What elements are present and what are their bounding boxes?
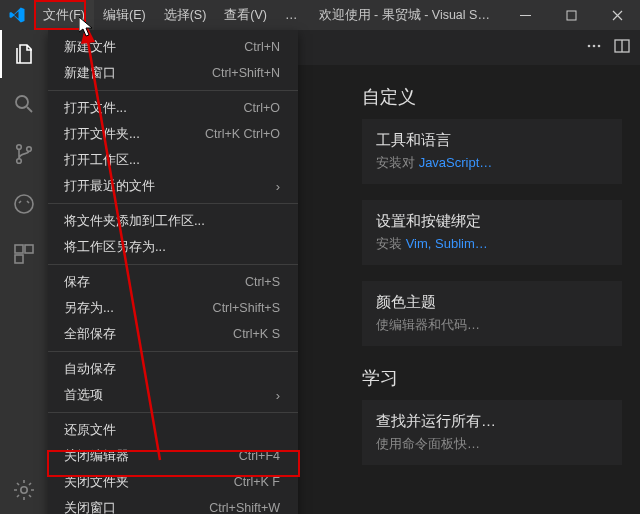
activity-scm[interactable] xyxy=(0,130,48,178)
tabbar-actions xyxy=(576,30,640,65)
svg-point-10 xyxy=(21,487,27,493)
svg-rect-9 xyxy=(15,255,23,263)
menu-item-shortcut: Ctrl+K F xyxy=(234,475,280,489)
menu-item[interactable]: 打开工作区... xyxy=(48,147,298,173)
menu-separator xyxy=(48,203,298,204)
menu-separator xyxy=(48,264,298,265)
menu-item-shortcut: Ctrl+Shift+S xyxy=(213,301,280,315)
tile-sub: 安装对 JavaScript… xyxy=(376,154,608,172)
menu-item[interactable]: 关闭文件夹Ctrl+K F xyxy=(48,469,298,495)
tile-title: 查找并运行所有… xyxy=(376,412,608,431)
menu-item-shortcut: Ctrl+K S xyxy=(233,327,280,341)
activity-settings[interactable] xyxy=(0,466,48,514)
menu-item-shortcut: Ctrl+O xyxy=(244,101,280,115)
svg-rect-1 xyxy=(567,11,576,20)
welcome-right-col: 自定义 工具和语言 安装对 JavaScript… 设置和按键绑定 安装 Vim… xyxy=(362,85,622,502)
menu-item-label: 关闭窗口 xyxy=(64,499,209,514)
tile-tools[interactable]: 工具和语言 安装对 JavaScript… xyxy=(362,119,622,184)
customize-heading: 自定义 xyxy=(362,85,622,109)
menu-item-label: 打开文件夹... xyxy=(64,125,205,143)
search-icon xyxy=(12,92,36,116)
menu-item-shortcut: Ctrl+Shift+N xyxy=(212,66,280,80)
svg-point-2 xyxy=(16,96,28,108)
menu-item-shortcut: Ctrl+F4 xyxy=(239,449,280,463)
activity-explorer[interactable] xyxy=(0,30,48,78)
menu-item[interactable]: 打开文件...Ctrl+O xyxy=(48,95,298,121)
tile-colortheme[interactable]: 颜色主题 使编辑器和代码… xyxy=(362,281,622,346)
menu-separator xyxy=(48,412,298,413)
svg-point-11 xyxy=(588,45,591,48)
menu-item[interactable]: 另存为...Ctrl+Shift+S xyxy=(48,295,298,321)
app-logo xyxy=(0,0,34,30)
menu-item[interactable]: 新建窗口Ctrl+Shift+N xyxy=(48,60,298,86)
gear-icon xyxy=(12,478,36,502)
menu-item[interactable]: 打开文件夹...Ctrl+K Ctrl+O xyxy=(48,121,298,147)
menu-item[interactable]: 关闭编辑器Ctrl+F4 xyxy=(48,443,298,469)
menu-item[interactable]: 保存Ctrl+S xyxy=(48,269,298,295)
tile-commands[interactable]: 查找并运行所有… 使用命令面板快… xyxy=(362,400,622,465)
menu-item-shortcut: Ctrl+S xyxy=(245,275,280,289)
menubar-item-more[interactable]: … xyxy=(276,0,307,30)
bug-icon xyxy=(12,192,36,216)
menu-item-label: 新建窗口 xyxy=(64,64,212,82)
extensions-icon xyxy=(12,242,36,266)
menu-item-label: 自动保存 xyxy=(64,360,280,378)
svg-point-5 xyxy=(27,147,32,152)
menu-item-label: 全部保存 xyxy=(64,325,233,343)
menu-item-label: 打开最近的文件 xyxy=(64,177,276,195)
menu-separator xyxy=(48,351,298,352)
menu-item[interactable]: 将工作区另存为... xyxy=(48,234,298,260)
activity-debug[interactable] xyxy=(0,180,48,228)
menubar-item-view[interactable]: 查看(V) xyxy=(215,0,276,30)
menu-item[interactable]: 全部保存Ctrl+K S xyxy=(48,321,298,347)
menu-item-label: 关闭文件夹 xyxy=(64,473,234,491)
tile-keymaps[interactable]: 设置和按键绑定 安装 Vim, Sublim… xyxy=(362,200,622,265)
tile-title: 颜色主题 xyxy=(376,293,608,312)
svg-point-13 xyxy=(598,45,601,48)
menu-item[interactable]: 打开最近的文件› xyxy=(48,173,298,199)
activity-extensions[interactable] xyxy=(0,230,48,278)
menu-item[interactable]: 自动保存 xyxy=(48,356,298,382)
activity-search[interactable] xyxy=(0,80,48,128)
menu-item[interactable]: 将文件夹添加到工作区... xyxy=(48,208,298,234)
minimize-button[interactable] xyxy=(502,0,548,30)
menu-item-label: 关闭编辑器 xyxy=(64,447,239,465)
svg-rect-8 xyxy=(25,245,33,253)
menu-item-label: 首选项 xyxy=(64,386,276,404)
menu-item[interactable]: 还原文件 xyxy=(48,417,298,443)
svg-point-3 xyxy=(17,145,22,150)
learn-heading: 学习 xyxy=(362,366,622,390)
split-editor-icon[interactable] xyxy=(614,38,630,57)
menu-item-label: 还原文件 xyxy=(64,421,280,439)
menubar: 文件(F) 编辑(E) 选择(S) 查看(V) … xyxy=(34,0,306,30)
menu-item[interactable]: 首选项› xyxy=(48,382,298,408)
chevron-right-icon: › xyxy=(276,388,280,403)
svg-point-12 xyxy=(593,45,596,48)
branch-icon xyxy=(12,142,36,166)
svg-rect-0 xyxy=(520,15,531,16)
svg-point-4 xyxy=(17,159,22,164)
menu-item[interactable]: 关闭窗口Ctrl+Shift+W xyxy=(48,495,298,514)
menu-separator xyxy=(48,90,298,91)
menu-item-label: 新建文件 xyxy=(64,38,244,56)
menu-item-label: 打开工作区... xyxy=(64,151,280,169)
menu-item-label: 保存 xyxy=(64,273,245,291)
menubar-item-file[interactable]: 文件(F) xyxy=(34,0,94,30)
vscode-icon xyxy=(8,6,26,24)
menu-item-shortcut: Ctrl+Shift+W xyxy=(209,501,280,514)
close-button[interactable] xyxy=(594,0,640,30)
window-title: 欢迎使用 - 果贸城 - Visual S… xyxy=(306,7,502,24)
svg-rect-7 xyxy=(15,245,23,253)
activitybar xyxy=(0,30,48,514)
window-controls xyxy=(502,0,640,30)
menu-item-label: 将工作区另存为... xyxy=(64,238,280,256)
more-icon[interactable] xyxy=(586,38,602,57)
maximize-button[interactable] xyxy=(548,0,594,30)
titlebar: 文件(F) 编辑(E) 选择(S) 查看(V) … 欢迎使用 - 果贸城 - V… xyxy=(0,0,640,30)
svg-point-6 xyxy=(15,195,33,213)
menu-item[interactable]: 新建文件Ctrl+N xyxy=(48,34,298,60)
menubar-item-select[interactable]: 选择(S) xyxy=(155,0,216,30)
tile-sub: 使用命令面板快… xyxy=(376,435,608,453)
menubar-item-edit[interactable]: 编辑(E) xyxy=(94,0,155,30)
menu-item-label: 打开文件... xyxy=(64,99,244,117)
